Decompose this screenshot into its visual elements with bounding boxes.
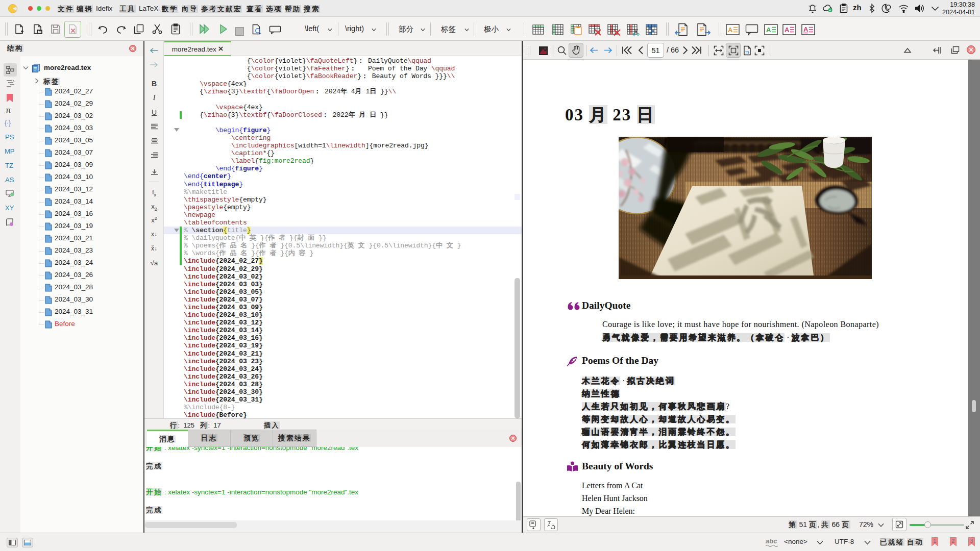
- svg-text:1: 1: [934, 538, 937, 544]
- svg-text:A: A: [803, 26, 808, 33]
- svg-text:A: A: [785, 26, 790, 34]
- svg-text:A: A: [728, 26, 733, 34]
- svg-text:3: 3: [970, 538, 973, 544]
- svg-text:2: 2: [952, 538, 955, 544]
- svg-text:A: A: [766, 26, 771, 34]
